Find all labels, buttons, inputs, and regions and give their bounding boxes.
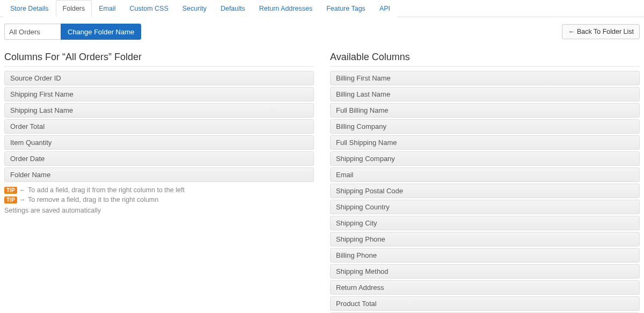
list-item[interactable]: Shipping Postal Code	[330, 184, 640, 198]
tab-label: Email	[99, 5, 115, 12]
tip-text: To add a field, drag it from the right c…	[28, 186, 185, 194]
field-label: Full Shipping Name	[336, 139, 397, 147]
arrow-right-icon	[19, 196, 26, 203]
tab-store-details[interactable]: Store Details	[3, 0, 56, 17]
tab-label: Folders	[63, 5, 85, 12]
field-label: Shipping Phone	[336, 235, 385, 243]
tab-api[interactable]: API	[372, 0, 397, 17]
list-item[interactable]: Product Total	[330, 296, 640, 311]
list-item[interactable]: Email	[330, 168, 640, 182]
list-item[interactable]: Billing Company	[330, 119, 640, 134]
autosave-note: Settings are saved automatically	[4, 207, 314, 214]
field-label: Return Address	[336, 283, 384, 292]
field-label: Shipping Company	[336, 155, 395, 163]
list-item[interactable]: Order Total	[4, 119, 314, 134]
list-item[interactable]: Return Address	[330, 280, 640, 295]
back-to-folder-list-button[interactable]: Back To Folder List	[562, 24, 640, 39]
list-item[interactable]: Shipping First Name	[4, 87, 314, 101]
field-label: Billing First Name	[336, 74, 391, 82]
tab-custom-css[interactable]: Custom CSS	[123, 0, 175, 17]
field-label: Shipping Postal Code	[336, 187, 403, 195]
field-label: Item Quantity	[10, 139, 52, 147]
tab-label: API	[379, 5, 390, 12]
list-item[interactable]: Billing Last Name	[330, 87, 640, 101]
list-item[interactable]: Shipping Company	[330, 151, 640, 166]
selected-columns-panel: Columns For “All Orders” Folder Source O…	[4, 45, 314, 313]
tab-label: Defaults	[221, 5, 245, 12]
field-label: Shipping City	[336, 219, 377, 227]
tab-label: Return Addresses	[259, 5, 312, 12]
field-label: Shipping Last Name	[10, 106, 73, 114]
tip-text: To remove a field, drag it to the right …	[28, 196, 158, 203]
tip-badge: TIP	[4, 187, 17, 194]
tab-folders[interactable]: Folders	[56, 0, 92, 17]
tabs-bar: Store Details Folders Email Custom CSS S…	[0, 0, 644, 17]
list-item[interactable]: Item Quantity	[4, 135, 314, 150]
field-label: Billing Last Name	[336, 90, 390, 98]
tab-label: Security	[182, 5, 207, 12]
list-item[interactable]: Folder Name	[4, 168, 314, 182]
list-item[interactable]: Shipping Country	[330, 200, 640, 214]
field-label: Billing Phone	[336, 251, 377, 259]
field-label: Shipping First Name	[10, 90, 74, 98]
field-label: Shipping Country	[336, 203, 390, 211]
available-columns-panel: Available Columns Billing First Name Bil…	[330, 45, 640, 313]
field-label: Full Billing Name	[336, 106, 389, 114]
field-label: Shipping Method	[336, 267, 389, 275]
list-item[interactable]: Billing Phone	[330, 248, 640, 263]
tab-label: Custom CSS	[130, 5, 169, 12]
tip-add: TIP To add a field, drag it from the rig…	[4, 186, 314, 194]
selected-columns-heading: Columns For “All Orders” Folder	[4, 52, 314, 67]
toolbar: Change Folder Name Back To Folder List	[0, 17, 644, 43]
list-item[interactable]: Shipping Method	[330, 264, 640, 279]
arrow-left-icon	[568, 28, 575, 35]
tab-defaults[interactable]: Defaults	[214, 0, 252, 17]
tip-remove: TIP To remove a field, drag it to the ri…	[4, 196, 314, 203]
change-folder-name-button[interactable]: Change Folder Name	[61, 24, 141, 40]
folder-name-input[interactable]	[4, 24, 61, 40]
available-columns-heading: Available Columns	[330, 52, 640, 67]
tab-feature-tags[interactable]: Feature Tags	[319, 0, 372, 17]
list-item[interactable]: Billing First Name	[330, 71, 640, 85]
button-label: Change Folder Name	[68, 28, 134, 36]
tab-return-addresses[interactable]: Return Addresses	[252, 0, 319, 17]
tab-label: Feature Tags	[326, 5, 365, 12]
toolbar-left: Change Folder Name	[4, 24, 141, 40]
tips: TIP To add a field, drag it from the rig…	[4, 186, 314, 214]
list-item[interactable]: Source Order ID	[4, 71, 314, 85]
arrow-left-icon	[19, 186, 26, 194]
list-item[interactable]: Order Date	[4, 151, 314, 166]
list-item[interactable]: Shipping Last Name	[4, 103, 314, 118]
columns-content: Columns For “All Orders” Folder Source O…	[0, 43, 644, 313]
field-label: Order Date	[10, 155, 45, 163]
field-label: Source Order ID	[10, 74, 61, 82]
field-label: Product Total	[336, 300, 377, 308]
tab-label: Store Details	[10, 5, 49, 12]
list-item[interactable]: Shipping City	[330, 216, 640, 230]
button-label: Back To Folder List	[577, 28, 634, 35]
field-label: Email	[336, 171, 354, 179]
field-label: Order Total	[10, 122, 45, 130]
tip-badge: TIP	[4, 196, 17, 203]
tab-security[interactable]: Security	[175, 0, 214, 17]
list-item[interactable]: Full Billing Name	[330, 103, 640, 118]
field-label: Folder Name	[10, 171, 50, 179]
list-item[interactable]: Full Shipping Name	[330, 135, 640, 150]
list-item[interactable]: Shipping Phone	[330, 232, 640, 246]
field-label: Billing Company	[336, 122, 386, 130]
tab-email[interactable]: Email	[92, 0, 122, 17]
